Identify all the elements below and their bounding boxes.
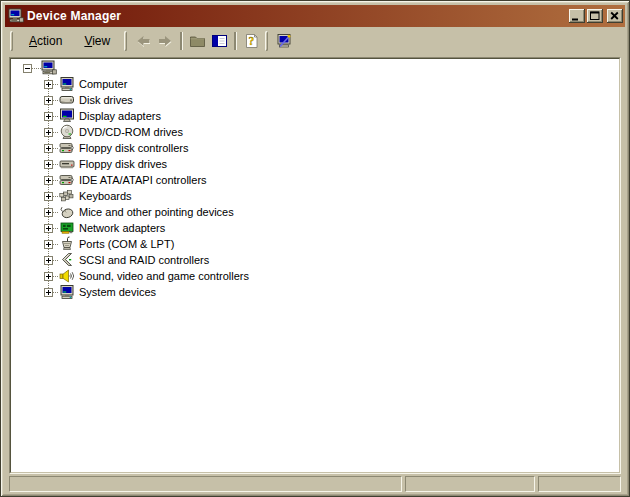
tree-root[interactable] [11,60,619,76]
expand-toggle[interactable] [44,256,53,265]
tree-item[interactable]: Floppy disk drives [11,156,619,172]
folder-button[interactable] [186,30,208,52]
maximize-icon [587,9,603,23]
expand-toggle[interactable] [44,224,53,233]
titlebar[interactable]: Device Manager [5,5,625,27]
toolbar-separator [180,32,182,50]
console-view: Computer Disk drives Display adapters DV… [9,57,621,474]
device-manager-button[interactable] [273,30,295,52]
toolbar-grip[interactable] [10,31,13,51]
folder-icon [189,33,206,49]
expand-toggle[interactable] [44,80,53,89]
device-icon [59,284,75,300]
expand-toggle[interactable] [44,240,53,249]
svg-text:?: ? [248,35,254,47]
tree-item-label: Disk drives [79,94,133,106]
status-panel [538,476,621,492]
device-manager-icon [276,33,293,49]
help-button[interactable]: ? [240,30,262,52]
tree-item-label: Display adapters [79,110,161,122]
tree-item[interactable]: DVD/CD-ROM drives [11,124,619,140]
help-icon: ? [243,33,260,49]
device-manager-window-icon [8,8,24,24]
expand-toggle[interactable] [44,288,53,297]
console-tree-icon [211,33,228,49]
tree-item-label: DVD/CD-ROM drives [79,126,183,138]
maximize-button[interactable] [587,9,603,23]
device-icon [59,124,75,140]
window-title: Device Manager [27,9,569,23]
expand-toggle[interactable] [44,144,53,153]
device-icon [59,236,75,252]
device-icon [59,140,75,156]
menu-view[interactable]: View [73,31,121,51]
status-panel [9,476,402,492]
toolbar-separator [234,32,236,50]
menu-action[interactable]: Action [18,31,73,51]
device-tree: Computer Disk drives Display adapters DV… [11,59,619,300]
toolbar: Action View ? [5,27,625,55]
device-icon [59,76,75,92]
statusbar [9,476,621,492]
tree-item[interactable]: Ports (COM & LPT) [11,236,619,252]
tree-item[interactable]: Floppy disk controllers [11,140,619,156]
device-icon [59,108,75,124]
forward-button[interactable] [154,30,176,52]
menu-action-label: ction [37,34,62,48]
tree-item[interactable]: Display adapters [11,108,619,124]
tree-item-label: Floppy disk controllers [79,142,188,154]
tree-item-label: SCSI and RAID controllers [79,254,209,266]
device-icon [59,252,75,268]
expand-toggle[interactable] [44,128,53,137]
forward-icon [157,33,174,49]
expand-toggle[interactable] [44,192,53,201]
expand-toggle[interactable] [44,96,53,105]
tree-item[interactable]: Mice and other pointing devices [11,204,619,220]
device-tree-pane[interactable]: Computer Disk drives Display adapters DV… [10,58,620,473]
tree-children: Computer Disk drives Display adapters DV… [11,76,619,300]
close-icon [607,9,623,23]
tree-item[interactable]: System devices [11,284,619,300]
tree-item-label: IDE ATA/ATAPI controllers [79,174,207,186]
tree-item-label: Ports (COM & LPT) [79,238,174,250]
device-icon [59,92,75,108]
collapse-toggle[interactable] [23,64,32,73]
menu-action-accel: A [29,34,37,48]
menu-view-accel: V [84,34,92,48]
tree-item-label: Network adapters [79,222,165,234]
show-console-tree-button[interactable] [208,30,230,52]
tree-item[interactable]: IDE ATA/ATAPI controllers [11,172,619,188]
device-manager-window: Device Manager Action View ? [0,0,630,497]
device-icon [59,156,75,172]
device-icon [59,172,75,188]
tree-item[interactable]: Disk drives [11,92,619,108]
computer-root-icon [41,60,57,76]
minimize-icon [569,9,585,23]
tree-item-label: Computer [79,78,127,90]
tree-item[interactable]: Network adapters [11,220,619,236]
tree-item[interactable]: Computer [11,76,619,92]
back-icon [135,33,152,49]
tree-item-label: System devices [79,286,156,298]
expand-toggle[interactable] [44,272,53,281]
tree-item[interactable]: SCSI and RAID controllers [11,252,619,268]
toolbar-grip[interactable] [265,31,268,51]
toolbar-grip[interactable] [124,31,127,51]
tree-connector [32,68,41,69]
device-icon [59,204,75,220]
expand-toggle[interactable] [44,176,53,185]
tree-item[interactable]: Sound, video and game controllers [11,268,619,284]
expand-toggle[interactable] [44,208,53,217]
titlebar-buttons [569,9,623,23]
expand-toggle[interactable] [44,112,53,121]
status-panel [405,476,535,492]
tree-item-label: Mice and other pointing devices [79,206,234,218]
tree-item-label: Keyboards [79,190,132,202]
device-icon [59,188,75,204]
back-button[interactable] [132,30,154,52]
device-icon [59,268,75,284]
minimize-button[interactable] [569,9,585,23]
tree-item[interactable]: Keyboards [11,188,619,204]
expand-toggle[interactable] [44,160,53,169]
close-button[interactable] [607,9,623,23]
